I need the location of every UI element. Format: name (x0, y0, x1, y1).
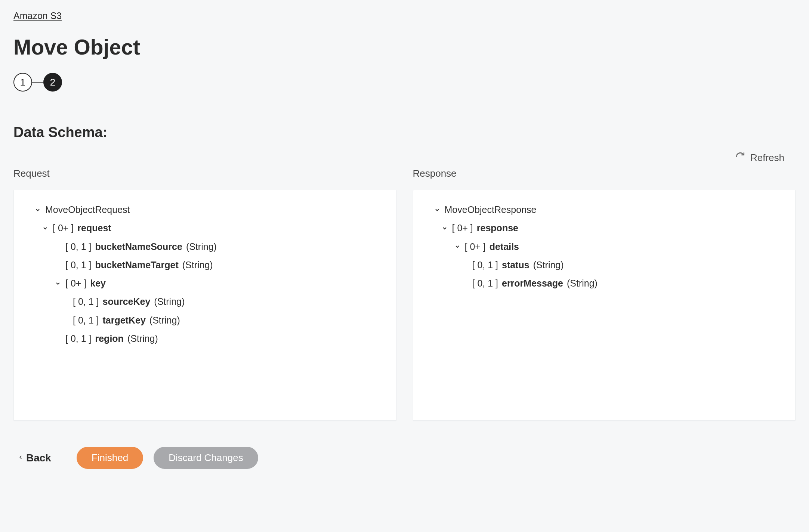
tree-row-errormessage[interactable]: [ 0, 1 ] errorMessage (String) (424, 274, 784, 293)
cardinality: [ 0, 1 ] (73, 315, 99, 326)
cardinality: [ 0, 1 ] (472, 278, 498, 289)
field-name: targetKey (102, 315, 145, 326)
field-name: request (77, 222, 111, 234)
step-1[interactable]: 1 (13, 73, 32, 92)
field-name: key (90, 278, 106, 289)
tree-row-status[interactable]: [ 0, 1 ] status (String) (424, 256, 784, 274)
cardinality: [ 0, 1 ] (65, 241, 91, 253)
tree-row-region[interactable]: [ 0, 1 ] region (String) (24, 330, 384, 348)
tree-row-root[interactable]: MoveObjectRequest (24, 201, 384, 219)
tree-row-targetkey[interactable]: [ 0, 1 ] targetKey (String) (24, 311, 384, 330)
field-name: sourceKey (102, 296, 150, 307)
step-2[interactable]: 2 (43, 73, 62, 92)
tree-row-root[interactable]: MoveObjectResponse (424, 201, 784, 219)
tree-row-request[interactable]: [ 0+ ] request (24, 219, 384, 237)
field-type: (String) (154, 296, 185, 307)
chevron-down-icon (54, 281, 62, 287)
field-type: (String) (533, 259, 564, 271)
refresh-label: Refresh (750, 152, 784, 164)
field-name: details (490, 241, 519, 253)
chevron-down-icon (41, 225, 49, 231)
refresh-button[interactable]: Refresh (735, 152, 784, 164)
finished-button[interactable]: Finished (77, 447, 143, 469)
response-card: MoveObjectResponse [ 0+ ] response [ 0+ … (413, 190, 796, 421)
field-name: status (502, 259, 529, 271)
response-column: Response MoveObjectResponse [ 0+ ] respo… (413, 168, 796, 421)
field-type: (String) (567, 278, 598, 289)
chevron-down-icon (454, 244, 461, 250)
chevron-down-icon (441, 225, 448, 231)
tree-row-bucketnamesource[interactable]: [ 0, 1 ] bucketNameSource (String) (24, 238, 384, 256)
field-name: region (95, 333, 123, 344)
section-heading: Data Schema: (13, 124, 796, 140)
discard-changes-button[interactable]: Discard Changes (154, 447, 258, 469)
field-name: bucketNameTarget (95, 259, 178, 271)
field-type: (String) (127, 333, 158, 344)
field-type: (String) (186, 241, 217, 253)
cardinality: [ 0+ ] (53, 222, 74, 234)
field-type: (String) (149, 315, 180, 326)
tree-row-response[interactable]: [ 0+ ] response (424, 219, 784, 237)
cardinality: [ 0+ ] (65, 278, 86, 289)
field-type: (String) (182, 259, 213, 271)
tree-row-bucketnametarget[interactable]: [ 0, 1 ] bucketNameTarget (String) (24, 256, 384, 274)
cardinality: [ 0, 1 ] (73, 296, 99, 307)
chevron-down-icon (433, 207, 441, 213)
cardinality: [ 0, 1 ] (65, 333, 91, 344)
back-button[interactable]: Back (18, 452, 51, 464)
field-name: bucketNameSource (95, 241, 182, 253)
tree-row-details[interactable]: [ 0+ ] details (424, 238, 784, 256)
field-name: errorMessage (502, 278, 563, 289)
tree-root-label: MoveObjectRequest (45, 204, 130, 216)
step-connector (32, 82, 43, 83)
cardinality: [ 0, 1 ] (472, 259, 498, 271)
tree-row-sourcekey[interactable]: [ 0, 1 ] sourceKey (String) (24, 293, 384, 311)
refresh-icon (735, 152, 745, 164)
response-title: Response (413, 168, 796, 179)
stepper: 1 2 (13, 73, 796, 92)
cardinality: [ 0, 1 ] (65, 259, 91, 271)
back-label: Back (26, 452, 51, 464)
tree-row-key[interactable]: [ 0+ ] key (24, 274, 384, 293)
field-name: response (477, 222, 518, 234)
breadcrumb[interactable]: Amazon S3 (13, 10, 62, 21)
tree-root-label: MoveObjectResponse (445, 204, 537, 216)
request-column: Request MoveObjectRequest [ 0+ ] request (13, 168, 396, 421)
request-title: Request (13, 168, 396, 179)
chevron-down-icon (34, 207, 41, 213)
request-card: MoveObjectRequest [ 0+ ] request [ 0, 1 … (13, 190, 396, 421)
cardinality: [ 0+ ] (452, 222, 473, 234)
chevron-left-icon (18, 452, 23, 464)
cardinality: [ 0+ ] (465, 241, 486, 253)
page-title: Move Object (13, 35, 796, 59)
